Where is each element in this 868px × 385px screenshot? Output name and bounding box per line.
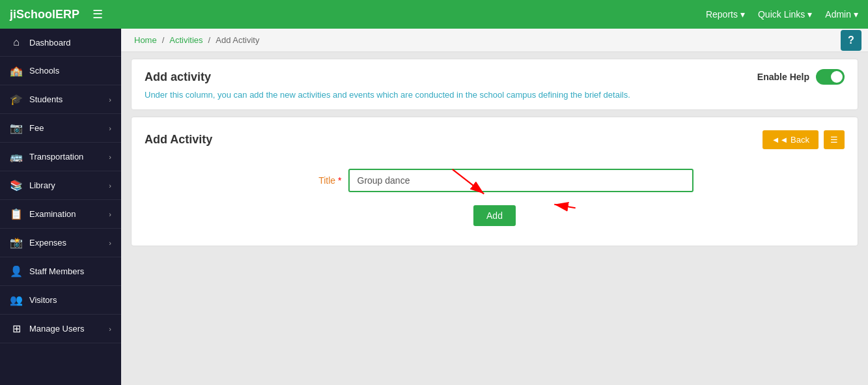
sidebar-item-manage-users[interactable]: ⊞ Manage Users › [0, 315, 121, 343]
form-card-title: Add Activity [145, 133, 212, 147]
enable-help-container: Enable Help [757, 69, 845, 85]
chevron-right-icon: › [109, 325, 111, 333]
info-card: Add activity Enable Help Under this colu… [131, 59, 858, 110]
title-input[interactable] [348, 169, 693, 192]
visitors-icon: 👥 [10, 294, 23, 306]
chevron-right-icon: › [109, 153, 111, 161]
sidebar-item-fee[interactable]: 📷 Fee › [0, 114, 121, 143]
fee-icon: 📷 [10, 122, 23, 134]
chevron-right-icon: › [109, 182, 111, 190]
back-button[interactable]: ◄◄ Back [763, 130, 819, 149]
students-icon: 🎓 [10, 93, 23, 106]
content-area: Home / Activities / Add Activity ? Add a… [121, 29, 868, 385]
form-card-header: Add Activity ◄◄ Back ☰ [145, 130, 845, 149]
enable-help-label: Enable Help [757, 72, 809, 82]
app-brand: jiSchoolERP [10, 8, 79, 21]
list-icon: ☰ [830, 135, 838, 145]
navbar-right: Reports ▾ Quick Links ▾ Admin ▾ [706, 9, 858, 20]
admin-menu[interactable]: Admin ▾ [825, 9, 858, 20]
form-actions: Add [145, 205, 845, 226]
sidebar-item-students[interactable]: 🎓 Students › [0, 85, 121, 114]
list-button[interactable]: ☰ [824, 130, 845, 149]
sidebar-item-transportation[interactable]: 🚌 Transportation › [0, 143, 121, 171]
main-layout: ⌂ Dashboard 🏫 Schools 🎓 Students › 📷 Fee… [0, 29, 868, 385]
sidebar-item-schools[interactable]: 🏫 Schools [0, 57, 121, 85]
add-button[interactable]: Add [473, 205, 516, 226]
breadcrumb-home[interactable]: Home [134, 35, 157, 45]
form-row-title: Title * [145, 169, 845, 192]
navbar: jiSchoolERP ☰ Reports ▾ Quick Links ▾ Ad… [0, 0, 868, 29]
staff-icon: 👤 [10, 265, 23, 278]
hamburger-icon[interactable]: ☰ [92, 7, 103, 21]
sidebar-item-library[interactable]: 📚 Library › [0, 171, 121, 200]
manage-users-icon: ⊞ [10, 322, 23, 335]
breadcrumb-current: Add Activity [216, 35, 259, 45]
sidebar: ⌂ Dashboard 🏫 Schools 🎓 Students › 📷 Fee… [0, 29, 121, 385]
library-icon: 📚 [10, 179, 23, 192]
sidebar-item-examination[interactable]: 📋 Examination › [0, 200, 121, 229]
form-inner: Title * Add [145, 162, 845, 233]
breadcrumb: Home / Activities / Add Activity ? [121, 29, 868, 52]
reports-menu[interactable]: Reports ▾ [706, 9, 745, 20]
expenses-icon: 📸 [10, 236, 23, 249]
help-button[interactable]: ? [841, 30, 861, 51]
sidebar-item-staff-members[interactable]: 👤 Staff Members [0, 257, 121, 286]
chevron-right-icon: › [109, 210, 111, 218]
info-card-description: Under this column, you can add the new a… [145, 90, 845, 100]
form-card: Add Activity ◄◄ Back ☰ [131, 117, 858, 246]
dashboard-icon: ⌂ [10, 36, 23, 48]
examination-icon: 📋 [10, 208, 23, 220]
chevron-right-icon: › [109, 239, 111, 247]
quick-links-menu[interactable]: Quick Links ▾ [758, 9, 812, 20]
title-label: Title * [296, 175, 348, 186]
chevron-right-icon: › [109, 124, 111, 132]
header-buttons: ◄◄ Back ☰ [763, 130, 845, 149]
sidebar-item-dashboard[interactable]: ⌂ Dashboard [0, 29, 121, 57]
transportation-icon: 🚌 [10, 150, 23, 163]
enable-help-toggle[interactable] [816, 69, 845, 85]
info-card-title: Add activity [145, 70, 211, 84]
chevron-right-icon: › [109, 96, 111, 104]
breadcrumb-activities[interactable]: Activities [169, 35, 203, 45]
schools-icon: 🏫 [10, 64, 23, 77]
sidebar-item-visitors[interactable]: 👥 Visitors [0, 286, 121, 315]
sidebar-item-expenses[interactable]: 📸 Expenses › [0, 229, 121, 257]
